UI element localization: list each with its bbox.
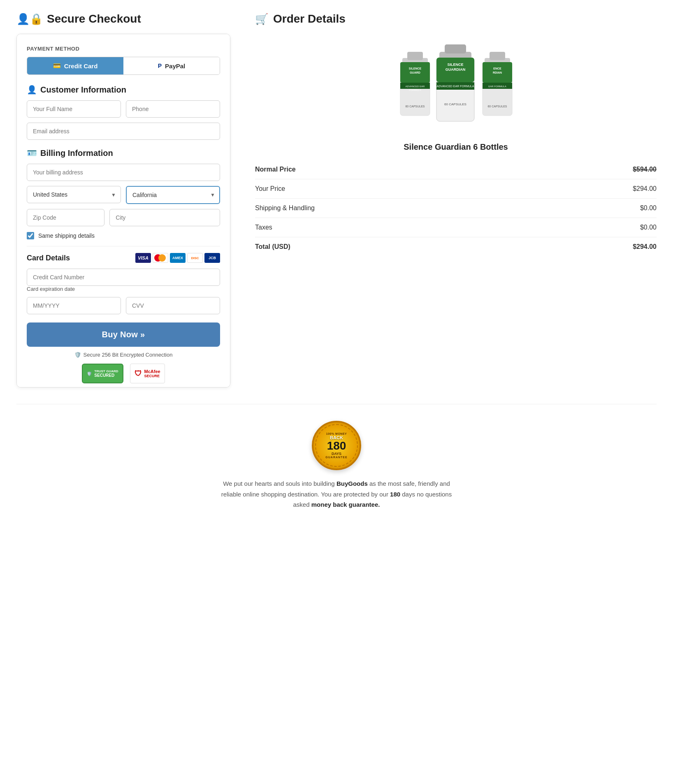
full-name-input[interactable] (27, 100, 121, 118)
mcafee-icon: 🛡 (135, 369, 142, 378)
svg-text:60 CAPSULES: 60 CAPSULES (444, 102, 466, 106)
left-column: 👤🔒 Secure Checkout PAYMENT METHOD 💳 Cred… (16, 12, 230, 387)
footer-text-1: We put our hearts and souls into buildin… (223, 480, 336, 487)
same-shipping-checkbox[interactable] (27, 232, 34, 239)
zip-input[interactable] (27, 209, 104, 226)
visa-icon: VISA (135, 253, 151, 263)
same-shipping-row: Same shipping details (27, 232, 220, 239)
paypal-tab[interactable]: P PayPal (123, 57, 220, 74)
phone-input[interactable] (126, 100, 220, 118)
same-shipping-label[interactable]: Same shipping details (38, 232, 95, 239)
footer-description: We put our hearts and souls into buildin… (213, 478, 460, 510)
secure-text: Secure 256 Bit Encrypted Connection (84, 352, 173, 358)
footer-days: 180 (390, 491, 400, 498)
badge-top-text: 100% MONEY (326, 432, 347, 435)
total-label: Total (USD) (255, 237, 542, 257)
your-price-value: $294.00 (542, 179, 657, 199)
right-column: 🛒 Order Details SILENCE GUARD (255, 12, 657, 256)
email-input[interactable] (27, 123, 220, 140)
taxes-row: Taxes $0.00 (255, 218, 657, 237)
svg-text:ENCE: ENCE (493, 67, 501, 70)
cart-icon: 🛒 (255, 13, 268, 26)
buy-now-button[interactable]: Buy Now » (27, 322, 220, 347)
checkout-header: 👤🔒 Secure Checkout (16, 12, 230, 26)
card-icons: VISA AMEX DISC JCB (135, 253, 220, 263)
footer-guarantee-text: money back guarantee. (311, 501, 380, 508)
order-title: Order Details (273, 12, 346, 26)
shipping-row: Shipping & Handling $0.00 (255, 199, 657, 218)
secure-line: 🛡️ Secure 256 Bit Encrypted Connection (27, 352, 220, 358)
bottom-section: 100% MONEY BACK 180 DAYS GUARANTEE We pu… (16, 404, 657, 510)
product-image: SILENCE GUARD ADVANCED EAR FORMULA 60 CA… (390, 35, 522, 134)
shipping-value: $0.00 (542, 199, 657, 218)
person-icon: 👤 (27, 85, 37, 95)
page-wrapper: 👤🔒 Secure Checkout PAYMENT METHOD 💳 Cred… (0, 0, 673, 784)
expiry-input[interactable] (27, 297, 121, 314)
svg-rect-18 (490, 52, 505, 60)
address-row (27, 164, 220, 181)
state-select[interactable]: AlabamaAlaskaArizona ArkansasCalifornia … (126, 186, 220, 204)
shipping-label: Shipping & Handling (255, 199, 542, 218)
your-price-label: Your Price (255, 179, 542, 199)
paypal-tab-label: PayPal (165, 63, 185, 70)
svg-text:GUARDIAN: GUARDIAN (446, 67, 466, 72)
expiry-label: Card expiration date (27, 286, 220, 292)
billing-section: 🪪 Billing Information United States Cana… (27, 148, 220, 239)
billing-address-input[interactable] (27, 164, 220, 181)
svg-text:ADVANCED EAR: ADVANCED EAR (406, 85, 425, 88)
svg-rect-27 (445, 44, 466, 53)
trustguard-badge: 🛡️ TRUST GUARD SECURED (82, 364, 123, 383)
your-price-row: Your Price $294.00 (255, 179, 657, 199)
credit-card-tab[interactable]: 💳 Credit Card (27, 57, 123, 74)
top-section: 👤🔒 Secure Checkout PAYMENT METHOD 💳 Cred… (16, 12, 657, 404)
product-name: Silence Guardian 6 Bottles (255, 142, 657, 152)
mcafee-badge: 🛡 McAfee SECURE (130, 364, 165, 383)
jcb-icon: JCB (204, 253, 220, 263)
card-number-input[interactable] (27, 269, 220, 286)
badge-days-label: DAYS (332, 452, 341, 456)
trustguard-text: TRUST GUARD SECURED (94, 369, 118, 378)
order-table: Normal Price $594.00 Your Price $294.00 … (255, 160, 657, 256)
billing-icon: 🪪 (27, 148, 37, 158)
expiry-section: Card expiration date (27, 286, 220, 314)
mastercard-icon (153, 253, 168, 263)
city-input[interactable] (109, 209, 220, 226)
checkout-title: Secure Checkout (47, 12, 141, 26)
credit-card-icon: 💳 (53, 62, 61, 70)
customer-section-title: 👤 Customer Information (27, 85, 220, 95)
country-state-row: United States Canada United Kingdom Aust… (27, 186, 220, 204)
taxes-value: $0.00 (542, 218, 657, 237)
divider (27, 246, 220, 246)
card-details-title: Card Details (27, 254, 70, 262)
credit-card-tab-label: Credit Card (64, 63, 98, 70)
normal-price-row: Normal Price $594.00 (255, 160, 657, 179)
footer-brand: BuyGoods (336, 480, 368, 487)
svg-text:RDIAN: RDIAN (493, 71, 502, 74)
amex-icon: AMEX (170, 253, 186, 263)
svg-text:SILENCE: SILENCE (447, 63, 463, 67)
product-bottles-svg: SILENCE GUARD ADVANCED EAR FORMULA 60 CA… (390, 37, 522, 132)
trustguard-shield-icon: 🛡️ (87, 371, 92, 376)
svg-text:60 CAPSULES: 60 CAPSULES (487, 105, 507, 108)
discover-icon: DISC (187, 253, 203, 263)
shield-icon: 🛡️ (74, 352, 81, 358)
total-value: $294.00 (542, 237, 657, 257)
svg-text:SILENCE: SILENCE (409, 67, 422, 70)
payment-tabs: 💳 Credit Card P PayPal (27, 57, 220, 75)
trust-badges: 🛡️ TRUST GUARD SECURED 🛡 McAfee SECURE (27, 364, 220, 383)
svg-text:60 CAPSULES: 60 CAPSULES (405, 105, 425, 108)
country-wrapper: United States Canada United Kingdom Aust… (27, 186, 121, 204)
name-phone-row (27, 100, 220, 118)
state-wrapper: AlabamaAlaskaArizona ArkansasCalifornia … (126, 186, 220, 204)
billing-section-title: 🪪 Billing Information (27, 148, 220, 158)
cvv-input[interactable] (126, 297, 220, 314)
payment-method-label: PAYMENT METHOD (27, 46, 220, 52)
mcafee-text: McAfee SECURE (144, 369, 160, 378)
taxes-label: Taxes (255, 218, 542, 237)
normal-price-value: $594.00 (542, 160, 657, 179)
lock-person-icon: 👤🔒 (16, 13, 43, 26)
country-select[interactable]: United States Canada United Kingdom Aust… (27, 186, 121, 203)
badge-guarantee: GUARANTEE (325, 456, 347, 459)
total-row: Total (USD) $294.00 (255, 237, 657, 257)
svg-text:FORMULA: FORMULA (409, 89, 421, 91)
